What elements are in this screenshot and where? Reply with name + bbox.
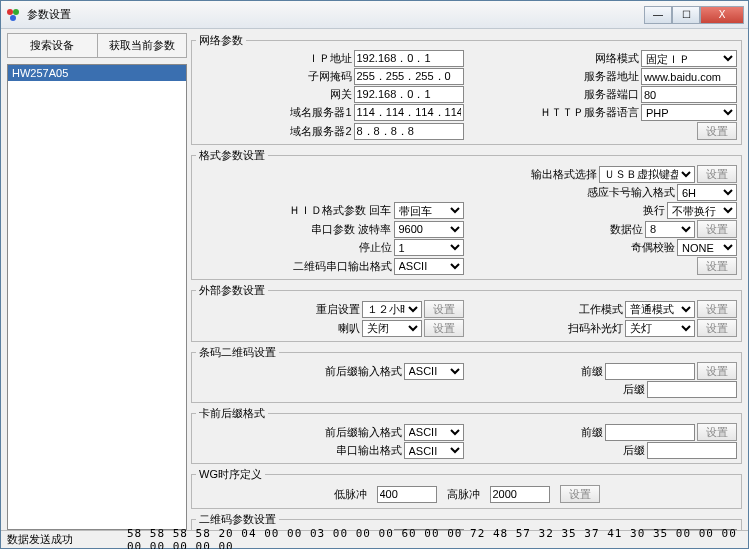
ip-input[interactable] bbox=[354, 50, 464, 67]
http-lang-select[interactable]: PHP bbox=[641, 104, 737, 121]
ext-set3-button[interactable]: 设置 bbox=[424, 319, 464, 337]
maximize-button[interactable]: ☐ bbox=[672, 6, 700, 24]
wg-group: WG时序定义 低脉冲 高脉冲 设置 bbox=[191, 467, 742, 509]
svg-point-0 bbox=[7, 9, 13, 15]
network-legend: 网络参数 bbox=[196, 33, 246, 48]
cardps-outfmt-select[interactable]: ASCII bbox=[404, 442, 464, 459]
device-item[interactable]: HW257A05 bbox=[8, 65, 186, 81]
fmt-set2-button[interactable]: 设置 bbox=[697, 220, 737, 238]
format-group: 格式参数设置 输出格式选择ＵＳＢ虚拟键盘设置 感应卡号输入格式6H ＨＩＤ格式参… bbox=[191, 148, 742, 280]
dns2-input[interactable] bbox=[354, 123, 464, 140]
cardps-prefix-input[interactable] bbox=[605, 424, 695, 441]
baud-select[interactable]: 9600 bbox=[394, 221, 464, 238]
databits-select[interactable]: 8 bbox=[645, 221, 695, 238]
wg-set-button[interactable]: 设置 bbox=[560, 485, 600, 503]
window-title: 参数设置 bbox=[27, 7, 644, 22]
out-format-select[interactable]: ＵＳＢ虚拟键盘 bbox=[599, 166, 695, 183]
fmt-set3-button[interactable]: 设置 bbox=[697, 257, 737, 275]
minimize-button[interactable]: — bbox=[644, 6, 672, 24]
svg-point-1 bbox=[13, 9, 19, 15]
ext-set4-button[interactable]: 设置 bbox=[697, 319, 737, 337]
cardps-suffix-input[interactable] bbox=[647, 442, 737, 459]
qr-out-select[interactable]: ASCII bbox=[394, 258, 464, 275]
server-input[interactable] bbox=[641, 68, 737, 85]
card-format-select[interactable]: 6H bbox=[677, 184, 737, 201]
hid-select[interactable]: 带回车 bbox=[394, 202, 464, 219]
cardps-set-button[interactable]: 设置 bbox=[697, 423, 737, 441]
cardps-infmt-select[interactable]: ASCII bbox=[404, 424, 464, 441]
ext-set2-button[interactable]: 设置 bbox=[697, 300, 737, 318]
status-hex: 58 58 58 58 20 04 00 00 03 00 00 00 60 0… bbox=[127, 527, 742, 550]
app-icon bbox=[5, 7, 21, 23]
status-text: 数据发送成功 bbox=[7, 532, 127, 547]
fmt-set1-button[interactable]: 设置 bbox=[697, 165, 737, 183]
net-set-button[interactable]: 设置 bbox=[697, 122, 737, 140]
barcode-qr-group: 条码二维码设置 前后缀输入格式ASCII 前缀设置 后缀 bbox=[191, 345, 742, 403]
port-input[interactable] bbox=[641, 86, 737, 103]
bcqr-prefix-input[interactable] bbox=[605, 363, 695, 380]
external-group: 外部参数设置 重启设置１２小时设置 工作模式普通模式设置 喇叭关闭设置 扫码补光… bbox=[191, 283, 742, 342]
speaker-select[interactable]: 关闭 bbox=[362, 320, 422, 337]
workmode-select[interactable]: 普通模式 bbox=[625, 301, 695, 318]
wg-low-input[interactable] bbox=[377, 486, 437, 503]
net-mode-select[interactable]: 固定ＩＰ bbox=[641, 50, 737, 67]
card-presuf-group: 卡前后缀格式 前后缀输入格式ASCII 前缀设置 串口输出格式ASCII 后缀 bbox=[191, 406, 742, 464]
dns1-input[interactable] bbox=[354, 104, 464, 121]
ext-set1-button[interactable]: 设置 bbox=[424, 300, 464, 318]
bcqr-set-button[interactable]: 设置 bbox=[697, 362, 737, 380]
device-list[interactable]: HW257A05 bbox=[7, 64, 187, 530]
wrap-select[interactable]: 不带换行 bbox=[667, 202, 737, 219]
get-params-button[interactable]: 获取当前参数 bbox=[98, 34, 187, 57]
stopbits-select[interactable]: 1 bbox=[394, 239, 464, 256]
bcqr-infmt-select[interactable]: ASCII bbox=[404, 363, 464, 380]
parity-select[interactable]: NONE bbox=[677, 239, 737, 256]
svg-point-2 bbox=[10, 15, 16, 21]
restart-select[interactable]: １２小时 bbox=[362, 301, 422, 318]
light-select[interactable]: 关灯 bbox=[625, 320, 695, 337]
search-device-button[interactable]: 搜索设备 bbox=[8, 34, 98, 57]
network-group: 网络参数 ＩＰ地址 网络模式固定ＩＰ 子网掩码 服务器地址 网关 服务器端口 域… bbox=[191, 33, 742, 145]
close-button[interactable]: X bbox=[700, 6, 744, 24]
bcqr-suffix-input[interactable] bbox=[647, 381, 737, 398]
mask-input[interactable] bbox=[354, 68, 464, 85]
wg-high-input[interactable] bbox=[490, 486, 550, 503]
gateway-input[interactable] bbox=[354, 86, 464, 103]
